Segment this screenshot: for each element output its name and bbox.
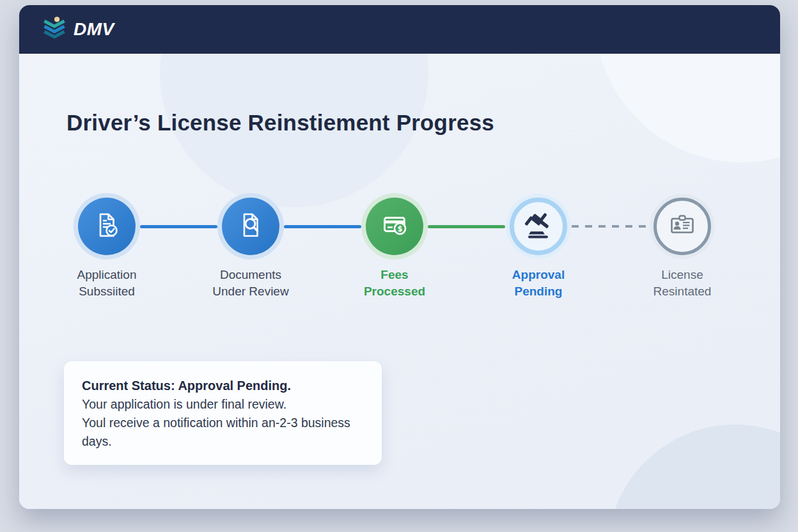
page-content: Driver’s License Reinstiement Progress bbox=[19, 54, 780, 509]
page-title: Driver’s License Reinstiement Progress bbox=[66, 110, 494, 136]
status-heading: Current Status: Approval Pending. bbox=[82, 377, 364, 395]
decorative-circle bbox=[607, 425, 780, 509]
step-label: Fees Processed bbox=[340, 267, 449, 300]
app-window: DMV Driver’s License Reinstiement Progre… bbox=[19, 5, 780, 509]
decorative-circle bbox=[595, 54, 780, 162]
step-label: Application Subssiited bbox=[52, 267, 161, 300]
step-circle-upcoming bbox=[653, 198, 711, 255]
step-circle-completed bbox=[222, 198, 279, 255]
status-line-1: Your application is under final review. bbox=[82, 395, 364, 414]
id-card-icon bbox=[667, 210, 698, 243]
document-search-icon bbox=[235, 210, 266, 243]
header-logo[interactable]: DMV bbox=[41, 15, 114, 43]
payment-card-icon: $ bbox=[379, 210, 410, 243]
dmv-emblem-icon bbox=[41, 15, 68, 43]
step-circle-completed bbox=[78, 198, 136, 255]
step-license-reinstated: License Resintated bbox=[628, 198, 737, 300]
current-status-card: Current Status: Approval Pending. Your a… bbox=[64, 361, 382, 465]
step-circle-completed: $ bbox=[366, 198, 423, 255]
step-label: Documents Under Review bbox=[196, 267, 305, 300]
step-label: Approval Pending bbox=[484, 267, 593, 300]
step-label: License Resintated bbox=[628, 267, 737, 300]
svg-text:$: $ bbox=[397, 224, 402, 233]
step-fees-processed: $ Fees Processed bbox=[340, 198, 449, 300]
gavel-icon bbox=[523, 210, 554, 243]
step-application-submitted: Application Subssiited bbox=[52, 198, 161, 300]
document-check-icon bbox=[91, 210, 122, 243]
step-documents-under-review: Documents Under Review bbox=[196, 198, 305, 300]
step-approval-pending: Approval Pending bbox=[484, 198, 593, 300]
top-navbar: DMV bbox=[19, 5, 780, 54]
step-circle-current bbox=[510, 198, 567, 255]
brand-name: DMV bbox=[74, 19, 114, 40]
status-line-2: Youl receive a notification within an-2-… bbox=[82, 414, 364, 451]
